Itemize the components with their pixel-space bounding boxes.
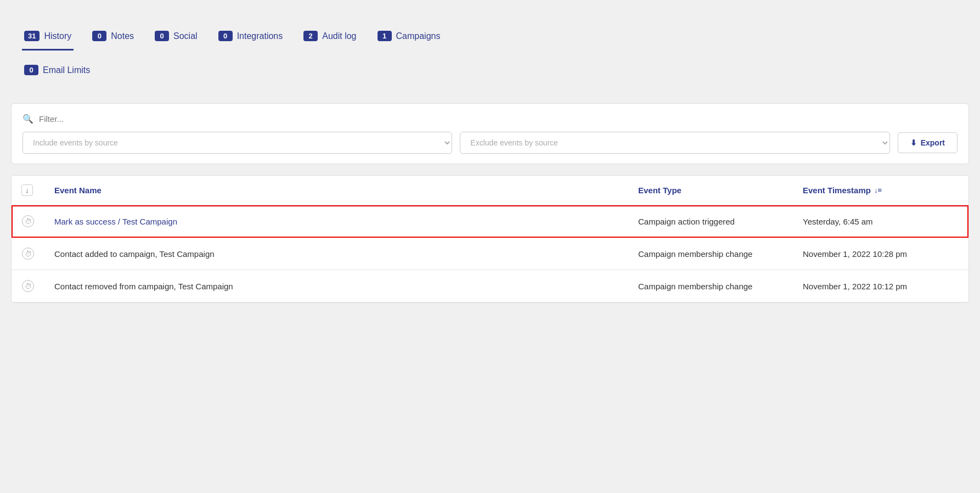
tab-integrations-badge: 0 (218, 31, 233, 41)
tab-history-label: History (44, 31, 71, 41)
tabs-row-2: 0 Email Limits (22, 51, 958, 92)
tab-social[interactable]: 0 Social (153, 22, 200, 51)
th-event-timestamp: Event Timestamp ↓≡ (793, 176, 968, 205)
th-icon-col: ↓ (12, 176, 44, 205)
event-name-link[interactable]: Mark as success / Test Campaign (54, 217, 177, 226)
td-row3-event-timestamp: November 1, 2022 10:12 pm (793, 270, 968, 302)
tab-audit-log-badge: 2 (303, 31, 318, 41)
timestamp-sort-icon[interactable]: ↓≡ (874, 186, 882, 194)
tabs-row-1: 31 History 0 Notes 0 Social 0 Integratio… (22, 22, 958, 51)
tab-integrations[interactable]: 0 Integrations (216, 22, 285, 51)
td-row1-event-type: Campaign action triggered (628, 205, 793, 237)
table-row: ⏱ Contact added to campaign, Test Campai… (12, 238, 968, 270)
tab-campaigns-label: Campaigns (396, 31, 441, 41)
th-event-type: Event Type (628, 176, 793, 205)
tab-social-label: Social (173, 31, 198, 41)
td-row1-event-name: Mark as success / Test Campaign (44, 205, 628, 237)
export-label: Export (921, 138, 945, 147)
tab-history-badge: 31 (24, 31, 40, 41)
export-icon: ⬇ (910, 138, 917, 147)
tab-campaigns-badge: 1 (378, 31, 392, 41)
table-section: ↓ Event Name Event Type Event Timestamp … (11, 175, 969, 303)
filter-search-row: 🔍 (22, 114, 958, 124)
td-row2-event-type: Campaign membership change (628, 238, 793, 270)
tab-integrations-label: Integrations (237, 31, 283, 41)
tab-email-limits[interactable]: 0 Email Limits (22, 56, 92, 85)
td-row3-event-type: Campaign membership change (628, 270, 793, 302)
tab-notes-label: Notes (111, 31, 134, 41)
clock-icon: ⏱ (22, 215, 34, 227)
td-row3-event-name: Contact removed from campaign, Test Camp… (44, 270, 628, 302)
export-button[interactable]: ⬇ Export (898, 132, 958, 153)
include-events-select[interactable]: Include events by source (22, 132, 452, 154)
clock-icon: ⏱ (22, 248, 34, 260)
filter-dropdowns-row: Include events by source Exclude events … (22, 132, 958, 154)
tab-notes[interactable]: 0 Notes (90, 22, 136, 51)
search-icon: 🔍 (22, 114, 33, 124)
table-row: ⏱ Mark as success / Test Campaign Campai… (12, 205, 968, 238)
sort-icon[interactable]: ↓ (21, 184, 33, 196)
tab-campaigns[interactable]: 1 Campaigns (375, 22, 443, 51)
td-row1-icon: ⏱ (12, 205, 44, 237)
td-row2-icon: ⏱ (12, 238, 44, 270)
table-header: ↓ Event Name Event Type Event Timestamp … (12, 176, 968, 205)
filter-input[interactable] (39, 114, 958, 124)
page-wrapper: 31 History 0 Notes 0 Social 0 Integratio… (0, 0, 980, 493)
td-row3-icon: ⏱ (12, 270, 44, 302)
tab-social-badge: 0 (155, 31, 169, 41)
th-event-name: Event Name (44, 176, 628, 205)
tab-email-limits-label: Email Limits (43, 65, 90, 75)
tab-notes-badge: 0 (92, 31, 106, 41)
tab-email-limits-badge: 0 (24, 65, 38, 75)
td-row2-event-timestamp: November 1, 2022 10:28 pm (793, 238, 968, 270)
td-row2-event-name: Contact added to campaign, Test Campaign (44, 238, 628, 270)
td-row1-event-timestamp: Yesterday, 6:45 am (793, 205, 968, 237)
clock-icon: ⏱ (22, 280, 34, 292)
tab-audit-log[interactable]: 2 Audit log (301, 22, 358, 51)
tab-history[interactable]: 31 History (22, 22, 74, 51)
filter-section: 🔍 Include events by source Exclude event… (11, 103, 969, 164)
table-row: ⏱ Contact removed from campaign, Test Ca… (12, 270, 968, 302)
tab-audit-log-label: Audit log (322, 31, 356, 41)
tabs-container: 31 History 0 Notes 0 Social 0 Integratio… (11, 16, 969, 92)
exclude-events-select[interactable]: Exclude events by source (460, 132, 889, 154)
